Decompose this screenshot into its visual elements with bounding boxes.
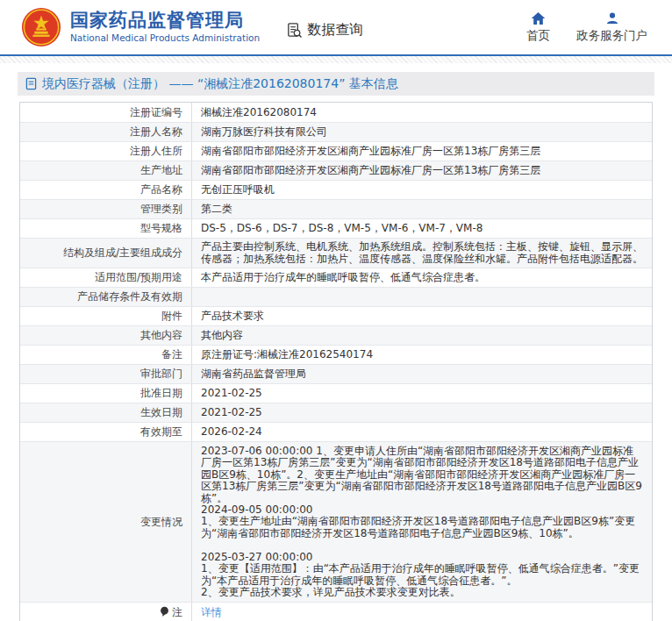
row-label: 注册人名称 (20, 123, 192, 141)
breadcrumb-text: 境内医疗器械（注册） —— “湘械注准20162080174” 基本信息 (42, 76, 398, 92)
row-value: 产品主要由控制系统、电机系统、加热系统组成。控制系统包括：主板、按键、旋钮、显示… (192, 239, 652, 268)
row-value: 2026-02-24 (192, 423, 652, 441)
row-label: 结构及组成/主要组成成分 (20, 239, 192, 268)
data-query-nav[interactable]: 数据查询 (286, 21, 363, 39)
row-value: 产品技术要求 (192, 307, 652, 325)
data-query-label: 数据查询 (307, 21, 363, 39)
table-row: 产品名称无创正压呼吸机 (20, 180, 652, 199)
table-row-note: 注 详情 (20, 602, 652, 621)
row-label: 适用范围/预期用途 (20, 268, 192, 287)
table-row: 审批部门湖南省药品监督管理局 (20, 364, 652, 383)
row-label: 产品名称 (20, 181, 192, 199)
row-value: 原注册证号:湘械注准20162540174 (192, 346, 652, 364)
row-label: 管理类别 (20, 200, 192, 218)
row-label: 注册证编号 (20, 103, 192, 122)
row-label: 产品储存条件及有效期 (20, 288, 192, 306)
row-value: 详情 (192, 603, 652, 621)
top-nav: 首页 政务服务门户 (526, 11, 653, 44)
row-value: 本产品适用于治疗成年的睡眠呼吸暂停、低通气综合症患者。 (192, 268, 652, 287)
row-value: 2021-02-25 (192, 403, 652, 422)
row-value: 第二类 (192, 200, 652, 218)
row-label: 注 (20, 603, 192, 621)
breadcrumb: 境内医疗器械（注册） —— “湘械注准20162080174” 基本信息 (18, 72, 654, 96)
table-row: 注册证编号湘械注准20162080174 (20, 103, 652, 122)
table-row: 适用范围/预期用途本产品适用于治疗成年的睡眠呼吸暂停、低通气综合症患者。 (20, 268, 652, 287)
row-label: 生效日期 (20, 403, 192, 422)
table-row: 生效日期2021-02-25 (20, 403, 652, 422)
row-value-change-history: 2023-07-06 00:00:00 1、变更申请人住所由“湖南省邵阳市邵阳经… (192, 442, 652, 603)
document-search-icon (286, 22, 303, 39)
nav-item-portal[interactable]: 政务服务门户 (576, 11, 647, 44)
document-icon (25, 77, 37, 90)
row-label: 生产地址 (20, 161, 192, 180)
row-label: 变更情况 (20, 442, 192, 603)
row-label: 其他内容 (20, 326, 192, 345)
site-subtitle: National Medical Products Administration (70, 33, 260, 44)
row-value: 湖南省邵阳市邵阳经济开发区湘商产业园标准厂房一区第13栋厂房第三层 (192, 142, 652, 161)
nav-item-home[interactable]: 首页 (526, 11, 550, 44)
row-label: 备注 (20, 346, 192, 364)
row-label: 型号规格 (20, 219, 192, 238)
table-row: 注册人住所湖南省邵阳市邵阳经济开发区湘商产业园标准厂房一区第13栋厂房第三层 (20, 141, 652, 161)
table-row-change-history: 变更情况2023-07-06 00:00:00 1、变更申请人住所由“湖南省邵阳… (20, 441, 652, 603)
page: 国家药品监督管理局 National Medical Products Admi… (0, 0, 672, 621)
row-value: 其他内容 (192, 326, 652, 345)
row-value: 湘械注准20162080174 (192, 103, 652, 122)
table-row: 管理类别第二类 (20, 199, 652, 218)
nav-home-label: 首页 (526, 28, 550, 44)
table-row: 生产地址湖南省邵阳市邵阳经济开发区湘商产业园标准厂房一区第13栋厂房第三层 (20, 161, 652, 180)
table-row: 结构及组成/主要组成成分产品主要由控制系统、电机系统、加热系统组成。控制系统包括… (20, 238, 652, 268)
row-label: 审批部门 (20, 365, 192, 383)
row-label: 批准日期 (20, 384, 192, 403)
table-row: 备注原注册证号:湘械注准20162540174 (20, 345, 652, 364)
row-value: 2021-02-25 (192, 384, 652, 403)
details-link[interactable]: 详情 (201, 606, 222, 618)
row-value: 湖南万脉医疗科技有限公司 (192, 123, 652, 141)
row-label: 附件 (20, 307, 192, 325)
table-row: 有效期至2026-02-24 (20, 422, 652, 441)
table-row: 注册人名称湖南万脉医疗科技有限公司 (20, 122, 652, 141)
speech-balloon-icon (160, 606, 169, 617)
row-label: 有效期至 (20, 423, 192, 441)
national-emblem-logo (21, 7, 61, 47)
table-row: 批准日期2021-02-25 (20, 383, 652, 403)
note-label-text: 注 (172, 606, 182, 618)
row-value: 湖南省邵阳市邵阳经济开发区湘商产业园标准厂房一区第13栋厂房第三层 (192, 161, 652, 180)
table-row: 附件产品技术要求 (20, 306, 652, 325)
registration-info-table: 注册证编号湘械注准20162080174 注册人名称湖南万脉医疗科技有限公司 注… (19, 102, 653, 621)
site-header: 国家药品监督管理局 National Medical Products Admi… (0, 0, 672, 54)
row-value: 湖南省药品监督管理局 (192, 365, 652, 383)
row-value: 无创正压呼吸机 (192, 181, 652, 199)
nav-portal-label: 政务服务门户 (576, 28, 647, 44)
table-row: 型号规格DS-5，DS-6，DS-7，DS-8，VM-5，VM-6，VM-7，V… (20, 218, 652, 238)
row-value (192, 288, 652, 306)
row-value: DS-5，DS-6，DS-7，DS-8，VM-5，VM-6，VM-7，VM-8 (192, 219, 652, 238)
row-label: 注册人住所 (20, 142, 192, 161)
user-icon (605, 11, 619, 25)
home-icon (531, 11, 546, 25)
table-row: 其他内容其他内容 (20, 325, 652, 345)
decorative-hatch-band (0, 56, 672, 63)
site-title: 国家药品监督管理局 (70, 11, 260, 31)
table-row: 产品储存条件及有效期 (20, 287, 652, 306)
site-title-block: 国家药品监督管理局 National Medical Products Admi… (70, 11, 260, 44)
